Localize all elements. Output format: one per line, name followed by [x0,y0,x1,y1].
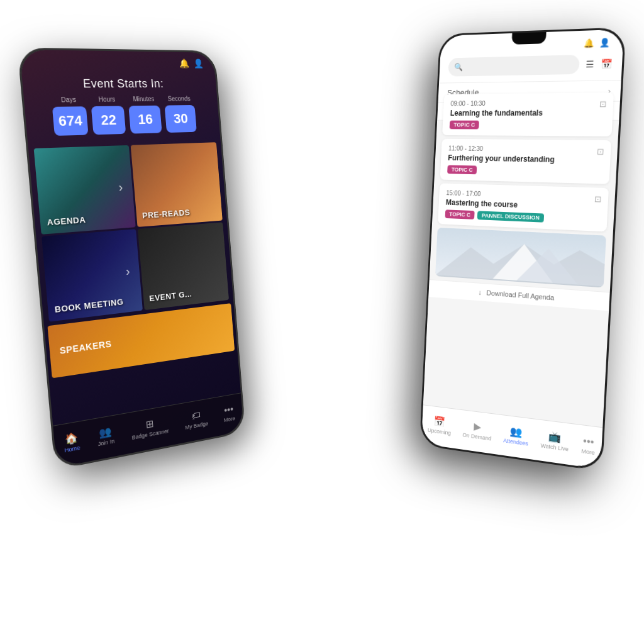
countdown-seconds: 30 [165,105,197,133]
meeting-tile[interactable]: BOOK MEETING › [42,229,142,321]
countdown-title: Event Starts In: [35,77,205,91]
bell-icon-right: 🔔 [584,38,594,48]
person-icon: 👤 [193,58,204,69]
on-demand-icon: ▶ [474,420,481,433]
countdown-days: 674 [52,106,89,136]
list-icon[interactable]: ☰ [586,59,594,70]
meeting-label: BOOK MEETING [54,297,124,314]
countdown-section: Event Starts In: Days Hours Minutes Seco… [21,70,221,147]
label-minutes: Minutes [128,96,160,103]
countdown-boxes: 674 22 16 30 [38,105,209,136]
nav-more-left[interactable]: ••• More [223,403,235,423]
badge-icon: 🏷 [191,409,201,422]
left-status-bar: 🔔 👤 [19,50,215,72]
session-3-tag-panel: PANNEL DISCUSSION [477,211,544,222]
agenda-tile[interactable]: AGENDA › [34,145,136,235]
label-hours: Hours [90,96,123,103]
nav-watch-live[interactable]: 📺 Watch Live [540,429,569,452]
bell-icon: 🔔 [179,58,189,69]
session-2-tag-topic: TOPIC C [447,165,477,175]
search-bar[interactable]: 🔍 [448,55,580,77]
agenda-label: AGENDA [47,215,86,228]
session-3-bookmark[interactable]: ⊡ [594,194,602,204]
nav-on-demand[interactable]: ▶ On Demand [462,419,492,441]
join-icon: 👥 [99,425,113,440]
mountain-svg [435,228,606,287]
meeting-arrow: › [125,264,130,279]
session-item-1[interactable]: 09:00 - 10:30 Learning the fundamentals … [442,92,614,136]
header-icons: ☰ 📅 [586,58,613,70]
scanner-icon: ⊞ [145,418,154,431]
right-phone-header: 🔍 ☰ 📅 [439,50,623,84]
more-icon-right: ••• [583,435,594,448]
left-phone: 🔔 👤 Event Starts In: Days Hours Minutes … [17,48,245,470]
download-label: Download Full Agenda [486,289,554,301]
right-phone-notch [511,32,546,45]
app-scene: 🔔 👤 Event Starts In: Days Hours Minutes … [0,0,644,644]
session-2-title: Furthering your understanding [448,153,602,165]
grid-menu: AGENDA › PRE-READS BOOK MEETING › EVENT … [31,140,231,324]
session-item-3[interactable]: 15:00 - 17:00 Mastering the course TOPIC… [438,183,609,231]
nav-attendees[interactable]: 👥 Attendees [503,424,529,447]
nav-more-right[interactable]: ••• More [581,435,596,456]
label-seconds: Seconds [164,95,194,102]
session-1-tag-topic: TOPIC C [450,121,480,130]
session-item-2[interactable]: 11:00 - 12:30 Furthering your understand… [440,139,611,184]
more-icon-left: ••• [224,403,234,416]
nav-my-badge[interactable]: 🏷 My Badge [184,408,208,431]
agenda-arrow: › [118,179,124,194]
nav-badge-scanner[interactable]: ⊞ Badge Scanner [130,415,169,441]
nav-upcoming-label: Upcoming [428,427,451,436]
nav-upcoming[interactable]: 📅 Upcoming [428,414,452,436]
session-1-tags: TOPIC C [450,121,604,130]
nav-join-label: Join In [97,438,114,447]
attendees-icon: 👥 [510,425,523,438]
session-1-bookmark[interactable]: ⊡ [599,99,607,109]
nav-join-in[interactable]: 👥 Join In [97,425,115,447]
upcoming-icon: 📅 [433,415,445,428]
mountain-background [435,228,606,288]
left-phone-screen: 🔔 👤 Event Starts In: Days Hours Minutes … [19,50,244,468]
label-days: Days [51,96,86,104]
session-1-title: Learning the fundamentals [450,108,606,118]
nav-more-right-label: More [581,448,595,456]
session-2-time: 11:00 - 12:30 [448,145,603,154]
nav-home[interactable]: 🏠 Home [63,431,80,453]
search-icon: 🔍 [454,63,464,72]
left-bottom-nav: 🏠 Home 👥 Join In ⊞ Badge Scanner 🏷 My Ba… [53,392,244,467]
nav-demand-label: On Demand [462,431,491,441]
prereads-tile[interactable]: PRE-READS [130,142,223,227]
session-3-tags: TOPIC C PANNEL DISCUSSION [445,209,599,225]
nav-watch-label: Watch Live [540,442,569,452]
nav-badge-label: My Badge [185,420,208,430]
session-2-bookmark[interactable]: ⊡ [597,147,604,157]
event-tile[interactable]: EVENT G... [137,222,229,310]
calendar-icon[interactable]: 📅 [601,58,613,69]
countdown-minutes: 16 [128,106,162,134]
nav-more-left-label: More [224,415,236,423]
home-icon: 🏠 [64,431,78,446]
right-phone-screen: 🔔 👤 🔍 ☰ 📅 Schedule › ‹ M [421,29,624,469]
countdown-labels: Days Hours Minutes Seconds [37,95,206,104]
right-content-area: 09:00 - 10:30 Learning the fundamentals … [423,89,621,428]
watch-live-icon: 📺 [548,430,562,444]
countdown-hours: 22 [91,106,126,135]
nav-home-label: Home [64,445,80,454]
event-label: EVENT G... [149,289,192,304]
session-3-tag-topic: TOPIC C [445,209,475,219]
right-phone: 🔔 👤 🔍 ☰ 📅 Schedule › ‹ M [419,27,626,472]
prereads-label: PRE-READS [142,208,191,220]
session-2-tags: TOPIC C [447,165,602,177]
speakers-label: SPEAKERS [59,338,112,356]
person-icon-right: 👤 [599,38,611,48]
download-icon: ↓ [478,288,482,296]
session-1-time: 09:00 - 10:30 [450,99,606,108]
nav-attendees-label: Attendees [503,437,528,447]
